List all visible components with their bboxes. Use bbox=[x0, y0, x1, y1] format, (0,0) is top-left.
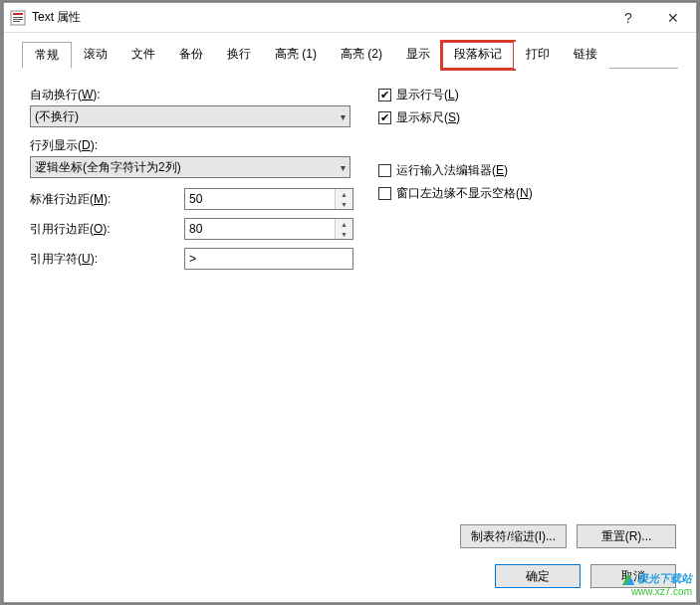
show-line-no-check[interactable]: 显示行号(L) bbox=[378, 87, 533, 103]
std-margin-spinner[interactable]: ▲ ▼ bbox=[184, 188, 353, 210]
dialog-window: Text 属性 ? ✕ 常规 滚动 文件 备份 换行 高亮 (1) 高亮 (2)… bbox=[3, 2, 697, 603]
line-col-value: 逻辑坐标(全角字符计为2列) bbox=[35, 159, 181, 176]
tab-strip: 常规 滚动 文件 备份 换行 高亮 (1) 高亮 (2) 显示 段落标记 打印 … bbox=[22, 41, 678, 69]
tab-paragraph-marks[interactable]: 段落标记 bbox=[442, 42, 514, 69]
spin-up-icon[interactable]: ▲ bbox=[336, 219, 352, 229]
tab-backup[interactable]: 备份 bbox=[167, 42, 215, 69]
quote-margin-input[interactable] bbox=[185, 222, 325, 236]
action-buttons: 制表符/缩进(I)... 重置(R)... bbox=[460, 524, 676, 548]
tab-display[interactable]: 显示 bbox=[394, 42, 442, 69]
show-ruler-check[interactable]: 显示标尺(S) bbox=[378, 109, 533, 126]
titlebar: Text 属性 ? ✕ bbox=[4, 3, 696, 33]
tab-highlight2[interactable]: 高亮 (2) bbox=[329, 42, 394, 69]
reset-button[interactable]: 重置(R)... bbox=[577, 524, 676, 548]
right-column: 显示行号(L) 显示标尺(S) 运行输入法编辑器(E) 窗口左边缘不显示空格(N… bbox=[358, 87, 533, 278]
auto-wrap-label: 自动换行(W): bbox=[30, 87, 358, 103]
checkbox-icon bbox=[378, 164, 391, 177]
auto-wrap-select[interactable]: (不换行) ▾ bbox=[30, 105, 350, 127]
quote-char-input[interactable] bbox=[184, 248, 353, 270]
checkbox-icon bbox=[378, 111, 391, 124]
client-area: 常规 滚动 文件 备份 换行 高亮 (1) 高亮 (2) 显示 段落标记 打印 … bbox=[4, 33, 696, 296]
quote-margin-label: 引用行边距(O): bbox=[30, 221, 184, 238]
checkbox-icon bbox=[378, 187, 391, 200]
tab-content: 自动换行(W): (不换行) ▾ 行列显示(D): 逻辑坐标(全角字符计为2列)… bbox=[12, 69, 688, 288]
no-left-space-check[interactable]: 窗口左边缘不显示空格(N) bbox=[378, 185, 533, 202]
tab-highlight1[interactable]: 高亮 (1) bbox=[263, 42, 329, 69]
svg-rect-1 bbox=[13, 13, 23, 15]
line-col-select[interactable]: 逻辑坐标(全角字符计为2列) ▾ bbox=[30, 156, 350, 178]
tab-general[interactable]: 常规 bbox=[22, 42, 72, 69]
svg-rect-4 bbox=[13, 21, 20, 22]
spin-down-icon[interactable]: ▼ bbox=[336, 229, 352, 239]
tab-wrap[interactable]: 换行 bbox=[215, 42, 263, 69]
left-column: 自动换行(W): (不换行) ▾ 行列显示(D): 逻辑坐标(全角字符计为2列)… bbox=[30, 87, 358, 278]
std-margin-input[interactable] bbox=[185, 192, 325, 206]
line-col-label: 行列显示(D): bbox=[30, 137, 358, 154]
auto-wrap-value: (不换行) bbox=[35, 108, 79, 125]
tab-print[interactable]: 打印 bbox=[514, 42, 562, 69]
std-margin-label: 标准行边距(M): bbox=[30, 191, 184, 208]
tab-file[interactable]: 文件 bbox=[119, 42, 167, 69]
app-icon bbox=[10, 10, 26, 26]
tab-link[interactable]: 链接 bbox=[562, 42, 609, 69]
svg-rect-2 bbox=[13, 17, 23, 18]
tabs-indent-button[interactable]: 制表符/缩进(I)... bbox=[460, 524, 567, 548]
checkbox-icon bbox=[378, 89, 391, 101]
tab-scroll[interactable]: 滚动 bbox=[72, 42, 119, 69]
close-button[interactable]: ✕ bbox=[650, 3, 696, 33]
svg-rect-3 bbox=[13, 19, 23, 20]
spin-up-icon[interactable]: ▲ bbox=[336, 189, 352, 199]
quote-margin-spinner[interactable]: ▲ ▼ bbox=[184, 218, 353, 240]
quote-char-label: 引用字符(U): bbox=[30, 251, 184, 268]
spin-down-icon[interactable]: ▼ bbox=[336, 199, 352, 209]
cancel-button[interactable]: 取消 bbox=[590, 564, 676, 588]
run-ime-check[interactable]: 运行输入法编辑器(E) bbox=[378, 162, 533, 179]
chevron-down-icon: ▾ bbox=[341, 162, 346, 173]
chevron-down-icon: ▾ bbox=[341, 111, 346, 122]
dialog-buttons: 确定 取消 bbox=[495, 564, 676, 588]
help-button[interactable]: ? bbox=[606, 3, 650, 33]
window-title: Text 属性 bbox=[32, 9, 606, 26]
ok-button[interactable]: 确定 bbox=[495, 564, 581, 588]
